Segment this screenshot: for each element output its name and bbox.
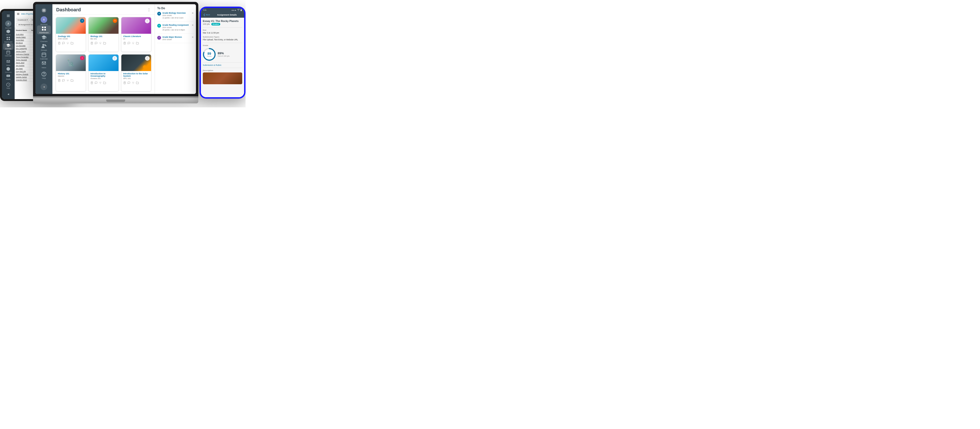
laptop-base (33, 98, 198, 103)
course-announcement-icon[interactable] (99, 81, 102, 84)
cell-student-name[interactable]: Sekhome Charme (15, 52, 30, 56)
svg-point-29 (45, 44, 46, 46)
course-card-actions (121, 42, 151, 46)
course-discussion-icon[interactable] (95, 81, 97, 84)
todo-item: 4 Grade Biology Overview ZOO 10100 11 po… (157, 12, 194, 21)
course-discussion-icon[interactable] (127, 42, 130, 44)
cell-student-name[interactable]: Aaron Jand (15, 61, 30, 64)
tablet-calendar-icon[interactable]: Calendar (3, 50, 13, 57)
course-assignment-icon[interactable] (58, 79, 60, 82)
course-menu-btn[interactable]: ⋮ (145, 56, 150, 60)
cell-student-name[interactable]: Adetayo Oluwole (15, 73, 30, 76)
course-announcement-icon[interactable] (132, 81, 135, 84)
course-announcement-icon[interactable] (99, 42, 102, 44)
course-card-actions (89, 81, 118, 86)
lap-dashboard-icon[interactable]: Dashboard (37, 25, 51, 34)
course-card[interactable]: 🗽 1 History 101 Hist101 (56, 54, 86, 92)
tablet-menu-icon[interactable] (3, 13, 13, 19)
course-files-icon[interactable] (136, 42, 139, 44)
course-menu-btn[interactable]: ⋮ (112, 56, 117, 60)
course-menu-btn[interactable]: ⋮ (145, 19, 150, 23)
laptop-kebab-menu[interactable]: ⋮ (147, 8, 151, 12)
tablet-studio-icon[interactable]: Studio (3, 74, 13, 80)
cell-student-name[interactable]: Thorp Fernandez (15, 56, 30, 58)
todo-title-link[interactable]: Grade Biology Overview (162, 12, 186, 14)
tablet-inbox-icon[interactable]: Inbox (3, 60, 13, 66)
cell-student-name[interactable]: Greg McCully (15, 70, 30, 73)
cell-student-name[interactable]: Isabelle Sarton (15, 76, 30, 78)
tablet-account-icon[interactable]: A Account (3, 21, 13, 29)
cell-student-name[interactable]: Cox Burnette (15, 44, 30, 47)
cell-student-name[interactable]: Natalie Baker (15, 36, 30, 38)
todo-close-btn[interactable]: ✕ (192, 12, 194, 14)
phone-grade-label: Grade (203, 44, 242, 46)
tablet-collapse-btn[interactable]: ◄ (3, 91, 13, 97)
course-assignment-icon[interactable] (58, 42, 60, 44)
course-announcement-icon[interactable] (66, 79, 69, 82)
cell-student-name[interactable]: James Casey (15, 50, 30, 52)
lap-collapse-btn[interactable]: ◄ (37, 84, 51, 90)
lap-logo-icon[interactable] (37, 6, 51, 15)
cell-student-name[interactable]: Bill Blend (15, 41, 30, 44)
course-discussion-icon[interactable] (62, 79, 65, 82)
course-code: Lit (123, 38, 149, 40)
course-name: Introduction to Oceanography (91, 72, 116, 77)
lap-account-icon[interactable]: A Account (37, 16, 51, 25)
course-files-icon[interactable] (71, 79, 73, 82)
course-card[interactable]: ⋮ Classic Literature Lit (121, 17, 151, 52)
todo-title-link[interactable]: Grade Major Biomes (162, 36, 182, 38)
course-assignment-icon[interactable] (123, 81, 126, 84)
lap-courses-icon[interactable]: Courses (37, 34, 51, 43)
cell-student-name[interactable]: Scott Allen (15, 33, 30, 36)
svg-rect-7 (6, 51, 10, 54)
course-card[interactable]: ⋮ Introduction to Oceanography Oceans 10… (88, 54, 119, 92)
cell-student-name[interactable]: Jim Kulcher (15, 64, 30, 67)
lap-help-icon[interactable]: Help (37, 69, 51, 82)
course-discussion-icon[interactable] (95, 42, 97, 44)
course-files-icon[interactable] (103, 81, 106, 84)
phone-divider-2 (203, 43, 242, 43)
phone-back-btn[interactable]: Back (203, 13, 210, 16)
course-announcement-icon[interactable] (66, 42, 69, 44)
course-badge: 1 (80, 56, 84, 60)
phone-due-section: Due Mar 3 at 11:59 pm (203, 29, 242, 34)
course-card-actions (89, 42, 118, 46)
cell-student-name[interactable]: Taylor Hazzard (15, 58, 30, 61)
laptop-hinge (33, 96, 198, 98)
phone-video-thumbnail[interactable]: ▶ (203, 72, 242, 84)
todo-close-btn[interactable]: ✕ (192, 24, 194, 26)
course-card[interactable]: 3 Zoology 101 ZOO 10100 (56, 17, 86, 52)
course-name: History 101 (58, 72, 84, 75)
course-discussion-icon[interactable] (62, 42, 65, 44)
lap-inbox-icon[interactable]: Inbox (37, 60, 51, 69)
lap-groups-icon[interactable]: Groups (37, 43, 51, 52)
todo-title-link[interactable]: Grade Reading Assignment (162, 24, 189, 26)
course-announcement-icon[interactable] (132, 42, 135, 44)
course-assignment-icon[interactable] (123, 42, 126, 44)
phone-points: 100 pts (203, 23, 210, 25)
course-assignment-icon[interactable] (91, 42, 93, 44)
todo-course: ZOO 10100 (162, 14, 190, 16)
course-files-icon[interactable] (103, 42, 106, 44)
course-discussion-icon[interactable] (127, 81, 130, 84)
cell-student-name[interactable]: Annie Barn (15, 38, 30, 41)
course-assignment-icon[interactable] (91, 81, 93, 84)
cell-student-name[interactable]: Erin Cartwright (15, 47, 30, 50)
tablet-commons-icon[interactable]: Commons (3, 67, 13, 73)
course-card[interactable]: ⋮ Introduction to the Solar System SPC 1… (121, 54, 151, 92)
todo-close-btn[interactable]: ✕ (192, 36, 194, 38)
cell-student-name[interactable]: Chandra Shum (15, 78, 30, 81)
course-card-body: Introduction to Oceanography Oceans 101 (89, 71, 118, 81)
course-card[interactable]: 3 Biology 101 Bio 101 (88, 17, 119, 52)
course-files-icon[interactable] (136, 81, 139, 84)
tablet-admin-icon[interactable]: Admin (3, 29, 13, 36)
gradebook-btn[interactable]: Gradebook ▾ (16, 18, 29, 22)
course-card-image: ⋮ (89, 54, 118, 71)
cell-student-name[interactable]: Jim Naier (15, 67, 30, 70)
tablet-help-icon[interactable]: ? Help ◄ (3, 81, 13, 97)
lap-calendar-icon[interactable]: Calendar (37, 52, 51, 60)
tablet-courses-icon[interactable]: Courses (3, 43, 13, 50)
phone-submission-rubric-link[interactable]: Submission & Rubric (203, 64, 242, 66)
tablet-dashboard-icon[interactable]: Dashboard (3, 37, 13, 43)
course-files-icon[interactable] (71, 42, 73, 44)
